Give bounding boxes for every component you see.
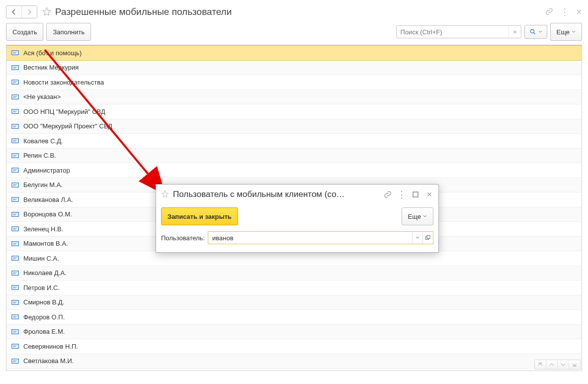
svg-rect-67 xyxy=(12,286,18,289)
svg-rect-15 xyxy=(12,95,18,98)
svg-rect-75 xyxy=(12,315,18,319)
forward-button[interactable] xyxy=(22,6,37,18)
list-row-label: Репин С.В. xyxy=(23,152,56,159)
svg-rect-71 xyxy=(12,300,18,304)
list-row[interactable]: Федоров О.П. xyxy=(6,310,582,325)
titlebar: Разрешенные мобильные пользователи ⋮ ✕ xyxy=(6,5,582,19)
item-icon xyxy=(11,123,19,129)
item-icon xyxy=(11,65,19,71)
item-icon xyxy=(11,299,19,305)
svg-rect-87 xyxy=(12,359,18,363)
fill-button[interactable]: Заполнить xyxy=(46,23,91,41)
user-field-row: Пользователь: xyxy=(161,231,433,244)
svg-rect-11 xyxy=(12,81,18,84)
list-row-label: Зеленец Н.В. xyxy=(23,225,63,233)
link-icon[interactable] xyxy=(545,7,553,17)
save-and-close-button[interactable]: Записать и закрыть xyxy=(161,207,238,225)
list-row-label: Мамонтов В.А. xyxy=(23,240,68,247)
dialog-body: Пользователь: xyxy=(156,228,438,252)
list-row-label: Администратор xyxy=(23,167,70,174)
svg-rect-59 xyxy=(12,257,18,260)
more-button[interactable]: Еще xyxy=(550,23,582,41)
list-row[interactable]: Северянинов Н.П. xyxy=(6,339,582,354)
item-icon xyxy=(11,329,19,335)
list-row[interactable]: Вестник Меркурия xyxy=(6,61,582,76)
svg-rect-43 xyxy=(12,198,18,201)
dialog-maximize-icon[interactable] xyxy=(412,191,420,198)
svg-rect-93 xyxy=(427,236,430,239)
dialog-titlebar: Пользователь с мобильным клиентом (со… ⋮… xyxy=(156,185,438,204)
list-nav-top[interactable] xyxy=(535,360,546,369)
search-clear-button[interactable]: × xyxy=(508,26,521,38)
list-row-label: Ася (бот и помощь) xyxy=(23,49,82,57)
list-row-label: Смирнов В.Д. xyxy=(23,298,64,306)
item-icon xyxy=(11,138,19,144)
main-window: Разрешенные мобильные пользователи ⋮ ✕ С… xyxy=(0,0,588,384)
list-nav-up[interactable] xyxy=(546,360,557,369)
svg-line-1 xyxy=(533,33,535,34)
item-icon xyxy=(11,196,19,202)
list-row[interactable]: Фролова Е.М. xyxy=(6,325,582,340)
user-field-label: Пользователь: xyxy=(161,234,205,242)
svg-rect-23 xyxy=(12,124,18,128)
list-row[interactable]: ООО "Меркурий Проект" СВД xyxy=(6,119,582,134)
item-icon xyxy=(11,285,19,290)
list-row[interactable]: Смирнов В.Д. xyxy=(6,295,582,310)
item-icon xyxy=(11,343,19,349)
back-button[interactable] xyxy=(6,6,22,18)
create-button[interactable]: Создать xyxy=(6,23,43,41)
kebab-menu-icon[interactable]: ⋮ xyxy=(560,9,569,14)
list-row[interactable]: Мишин С.А. xyxy=(6,251,582,266)
svg-rect-31 xyxy=(12,154,18,157)
dialog-toolbar: Записать и закрыть Еще xyxy=(156,204,438,228)
svg-rect-91 xyxy=(413,192,418,197)
list-row-label: Петров И.С. xyxy=(23,284,60,291)
svg-rect-7 xyxy=(12,66,18,69)
list-row[interactable]: Ася (бот и помощь) xyxy=(6,45,582,61)
svg-rect-51 xyxy=(12,227,18,231)
search-box[interactable]: × xyxy=(396,25,521,38)
dialog-more-button[interactable]: Еще xyxy=(402,207,433,225)
list-row[interactable]: Николаев Д.А. xyxy=(6,266,582,281)
list-row-label: Николаев Д.А. xyxy=(23,269,67,277)
list-row[interactable]: Администратор xyxy=(6,163,582,178)
item-icon xyxy=(11,270,19,276)
list-row-label: Вестник Меркурия xyxy=(23,64,79,71)
svg-point-0 xyxy=(530,29,534,33)
item-icon xyxy=(11,314,19,320)
page-title: Разрешенные мобильные пользователи xyxy=(55,6,232,17)
list-row[interactable]: Репин С.В. xyxy=(6,149,582,164)
dialog-kebab-menu-icon[interactable]: ⋮ xyxy=(398,191,406,198)
item-icon xyxy=(11,50,19,56)
list-row[interactable]: ООО НПЦ "Меркурий" СВД xyxy=(6,104,582,119)
list-nav-down[interactable] xyxy=(557,360,569,369)
item-icon xyxy=(11,358,19,364)
list-row-label: Светлакова М.И. xyxy=(23,357,74,365)
dialog-close-icon[interactable]: ✕ xyxy=(425,191,433,198)
svg-rect-35 xyxy=(12,169,18,172)
user-field-input[interactable] xyxy=(208,234,412,242)
search-input[interactable] xyxy=(397,28,508,36)
dropdown-button[interactable] xyxy=(412,232,422,244)
list-row-label: Новости законодательства xyxy=(23,79,104,86)
list-row[interactable]: Петров И.С. xyxy=(6,281,582,295)
svg-rect-79 xyxy=(12,330,18,333)
item-icon xyxy=(11,167,19,173)
dialog-favorite-star-icon[interactable] xyxy=(161,190,169,199)
close-icon[interactable]: ✕ xyxy=(576,8,582,16)
list-row[interactable]: Ковалев С.Д. xyxy=(6,134,582,149)
list-row[interactable]: <Не указан> xyxy=(6,90,582,105)
svg-rect-19 xyxy=(12,110,18,113)
dialog-link-icon[interactable] xyxy=(384,191,392,198)
favorite-star-icon[interactable] xyxy=(42,7,51,17)
item-icon xyxy=(11,94,19,100)
list-row-label: ООО "Меркурий Проект" СВД xyxy=(23,122,112,130)
list-row[interactable]: Светлакова М.И. xyxy=(6,354,582,369)
list-row-label: ООО НПЦ "Меркурий" СВД xyxy=(23,108,105,115)
open-button[interactable] xyxy=(422,232,433,244)
list-row[interactable]: Новости законодательства xyxy=(6,75,582,90)
item-icon xyxy=(11,255,19,261)
search-button[interactable] xyxy=(524,25,547,39)
item-icon xyxy=(11,226,19,232)
list-nav-bottom[interactable] xyxy=(569,360,580,369)
